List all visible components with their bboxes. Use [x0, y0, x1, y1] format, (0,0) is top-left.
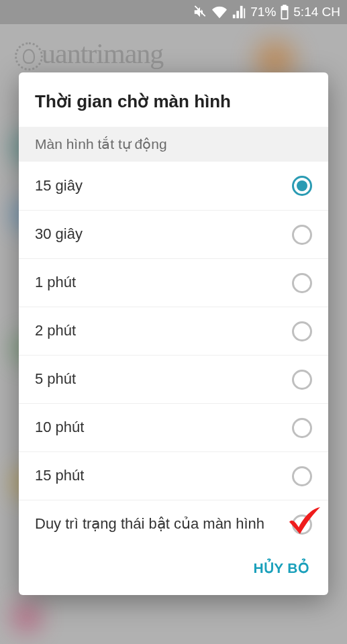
option-label: 1 phút [35, 273, 87, 292]
option-label: 10 phút [35, 418, 95, 437]
cancel-button[interactable]: HỦY BỎ [249, 553, 313, 583]
radio-icon [292, 176, 312, 196]
status-bar: 71% 5:14 CH [0, 0, 347, 24]
battery-icon [280, 5, 289, 19]
option-15-seconds[interactable]: 15 giây [19, 162, 328, 210]
radio-icon [292, 225, 312, 245]
wifi-icon [211, 5, 228, 19]
watermark: uantrimang [15, 38, 163, 70]
watermark-text: uantrimang [42, 38, 163, 70]
section-header: Màn hình tắt tự động [19, 127, 328, 162]
option-30-seconds[interactable]: 30 giây [19, 210, 328, 258]
screen-timeout-dialog: Thời gian chờ màn hình Màn hình tắt tự đ… [19, 72, 328, 595]
option-15-minutes[interactable]: 15 phút [19, 451, 328, 500]
option-5-minutes[interactable]: 5 phút [19, 355, 328, 403]
radio-icon [292, 321, 312, 341]
options-list: 15 giây 30 giây 1 phút 2 phút 5 phút 10 … [19, 162, 328, 548]
signal-icon [232, 5, 246, 19]
status-time: 5:14 CH [293, 5, 340, 19]
lightbulb-icon [15, 42, 43, 70]
option-label: Duy trì trạng thái bật của màn hình [35, 515, 275, 534]
option-label: 30 giây [35, 225, 93, 244]
radio-icon [292, 418, 312, 438]
option-label: 2 phút [35, 321, 87, 341]
battery-percent: 71% [250, 5, 276, 19]
radio-icon [292, 370, 312, 390]
radio-icon [292, 273, 312, 293]
radio-icon [292, 466, 312, 486]
dialog-title: Thời gian chờ màn hình [19, 72, 328, 127]
annotation-checkmark-icon [285, 504, 321, 539]
option-label: 15 giây [35, 176, 93, 196]
option-2-minutes[interactable]: 2 phút [19, 307, 328, 355]
mute-icon [193, 5, 207, 19]
option-label: 15 phút [35, 466, 95, 486]
option-keep-screen-on[interactable]: Duy trì trạng thái bật của màn hình [19, 500, 328, 548]
dialog-actions: HỦY BỎ [19, 548, 328, 595]
option-label: 5 phút [35, 370, 87, 389]
option-1-minute[interactable]: 1 phút [19, 258, 328, 307]
option-10-minutes[interactable]: 10 phút [19, 403, 328, 451]
